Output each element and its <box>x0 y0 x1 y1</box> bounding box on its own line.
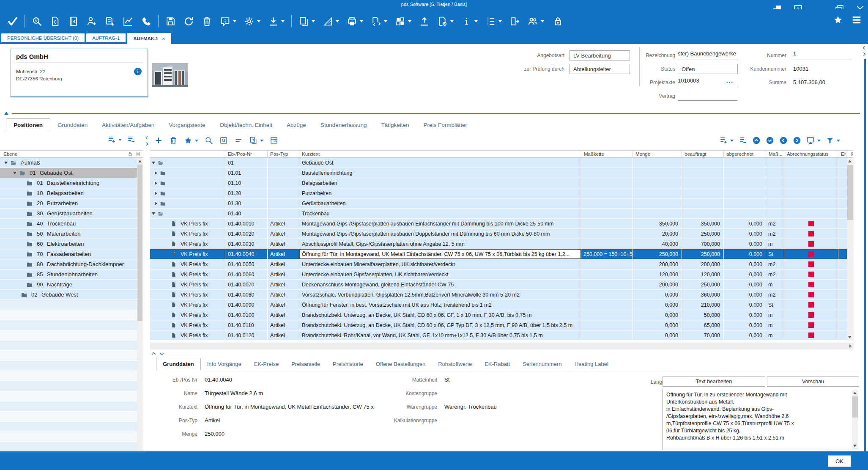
new-contact-button[interactable] <box>82 14 101 29</box>
tree-item-90-nachträge[interactable]: 90Nachträge <box>0 280 137 290</box>
grid-row-01.40.0040[interactable]: VK Preis fix01.40.0040ArtikelÖffnung für… <box>150 249 847 259</box>
grid-row-01.10[interactable]: 01.10Belagsarbeiten <box>150 178 847 188</box>
field-value[interactable]: Artikel <box>205 417 220 423</box>
nummer-field[interactable]: 1 <box>793 50 852 60</box>
favorites-button[interactable] <box>184 136 198 145</box>
tree-item-20-putzarbeiten[interactable]: 20Putzarbeiten <box>0 198 137 209</box>
grid-row-01.40.0050[interactable]: VK Preis fix01.40.0050ArtikelUnterdecke … <box>150 259 847 269</box>
expand-all-levels-button[interactable] <box>719 136 734 145</box>
grid-row-01.40.0090[interactable]: VK Preis fix01.40.0090ArtikelÖffnung für… <box>150 300 847 310</box>
scroll-down-icon[interactable] <box>853 445 857 447</box>
forward-document-button[interactable] <box>506 14 524 29</box>
collapse-icon[interactable] <box>4 162 8 164</box>
tree-item-60-elektroarbeiten[interactable]: 60Elektroarbeiten <box>0 239 137 249</box>
catalog-search-button[interactable] <box>219 136 228 145</box>
column-header-Eb-/Pos-Nr[interactable]: Eb-/Pos-Nr <box>225 151 268 157</box>
delete-button[interactable] <box>198 14 216 29</box>
preview-button[interactable]: Vorschau <box>767 377 859 387</box>
close-icon[interactable]: × <box>162 36 165 42</box>
export-button[interactable] <box>264 14 288 29</box>
section-tab-grunddaten[interactable]: Grunddaten <box>50 118 95 131</box>
information-button[interactable] <box>457 14 482 29</box>
tree-item-aufmaß[interactable]: Aufmaß <box>0 158 137 168</box>
column-header-beauftragt[interactable]: beauftragt <box>682 151 724 157</box>
display-options-button[interactable] <box>806 136 821 145</box>
grid-row-01.40.0070[interactable]: VK Preis fix01.40.0070ArtikelDeckenansch… <box>150 280 847 290</box>
section-tab-objekt-techn-einheit[interactable]: Objekt/techn. Einheit <box>213 118 280 131</box>
calculation-table-button[interactable] <box>270 136 278 145</box>
collapse-left-icon[interactable] <box>145 135 149 140</box>
scroll-down-icon[interactable] <box>848 336 852 338</box>
grid-row-01.40.0060[interactable]: VK Preis fix01.40.0060ArtikelUnterdecke … <box>150 269 847 280</box>
field-value[interactable]: Öffnung für Tür, in Montagewand, UK Meta… <box>205 404 374 410</box>
column-header-tree[interactable] <box>150 151 225 157</box>
lock-icon[interactable] <box>128 151 133 157</box>
nav-down-button[interactable] <box>766 136 774 145</box>
refresh-button[interactable] <box>180 14 198 29</box>
grid-row-01.20[interactable]: 01.20Putzarbeiten <box>150 188 847 198</box>
save-button[interactable] <box>162 14 180 29</box>
document-tab-3[interactable]: AUFMAß-1× <box>127 33 171 44</box>
section-tab-abzüge[interactable]: Abzüge <box>279 118 313 131</box>
vertrag-field[interactable] <box>678 91 738 101</box>
tree-item-30-gerüstbauarbeiten[interactable]: 30Gerüstbauarbeiten <box>0 209 137 219</box>
tree-collapse-levels-button[interactable] <box>127 135 135 144</box>
collapse-right-icon[interactable] <box>862 52 867 57</box>
grid-row-01.40.0120[interactable]: VK Preis fix01.40.0120ArtikelBrandschutz… <box>150 330 847 341</box>
column-header-Maß...[interactable]: Maß... <box>766 151 784 157</box>
detail-tab-preishistorie[interactable]: Preishistorie <box>326 358 370 370</box>
search-vorgang-button[interactable] <box>28 14 46 29</box>
print-button[interactable] <box>343 14 367 29</box>
scrollbar-thumb[interactable] <box>137 165 142 321</box>
grid-row-01.40[interactable]: 01.40Trockenbau <box>150 209 847 219</box>
add-position-button[interactable] <box>154 136 163 145</box>
grid-row-01.40.0080[interactable]: VK Preis fix01.40.0080ArtikelVorsatzscha… <box>150 290 847 300</box>
column-header-Kurztext[interactable]: Kurztext <box>299 151 581 157</box>
tree-item-10-belagsarbeiten[interactable]: 10Belagsarbeiten <box>0 188 137 198</box>
tree-item-02-gebäude-west[interactable]: 02Gebäude West <box>0 290 137 300</box>
document-tab-1[interactable]: PERSÖNLICHE ÜBERSICHT (0) <box>1 33 85 42</box>
column-chooser-button[interactable] <box>846 151 853 157</box>
detail-tab-heating-label[interactable]: Heating Label <box>568 358 615 370</box>
settings-button[interactable] <box>240 14 264 29</box>
expand-icon[interactable] <box>155 192 157 195</box>
collapse-all-levels-button[interactable] <box>739 136 747 145</box>
notes-button[interactable] <box>216 14 240 29</box>
grid-row-01[interactable]: 01Gebäude Ost <box>150 158 847 168</box>
text-rows-button[interactable] <box>234 136 243 145</box>
nav-left-button[interactable] <box>779 136 788 145</box>
permissions-button[interactable] <box>548 14 566 29</box>
grid-vertical-scrollbar[interactable] <box>847 158 854 341</box>
column-header-Pos-Typ[interactable]: Pos-Typ <box>268 151 299 157</box>
nav-right-button[interactable] <box>793 136 801 145</box>
scrollbar-thumb[interactable] <box>847 165 853 220</box>
section-tab-tätigkeiten[interactable]: Tätigkeiten <box>374 118 416 131</box>
column-header-Menge[interactable]: Menge <box>633 151 682 157</box>
tree-item-85-stundenlohnarbeiten[interactable]: 85Stundenlohnarbeiten <box>0 269 137 280</box>
document-tab-2[interactable]: AUFTRAG-1 <box>86 33 126 42</box>
docked-panel-bar[interactable] <box>864 59 866 451</box>
info-icon[interactable]: i <box>134 68 142 75</box>
column-header-Maßkette[interactable]: Maßkette <box>581 151 633 157</box>
column-header-EK[interactable]: EK <box>838 151 846 157</box>
customer-card[interactable]: pds GmbH Mühlenstr. 22 DE-27356 Rotenbur… <box>11 49 148 97</box>
next-position-icon[interactable] <box>159 351 164 357</box>
tree-item-40-trockenbau[interactable]: 40Trockenbau <box>0 219 137 229</box>
grid-row-01.01[interactable]: 01.01Baustelleneinrichtung <box>150 168 847 178</box>
tree-item-01-baustelleneinrichtung[interactable]: 01Baustelleneinrichtung <box>0 178 137 188</box>
section-tab-aktivitäten-aufgaben[interactable]: Aktivitäten/Aufgaben <box>95 118 162 131</box>
document-exchange-button[interactable] <box>367 14 391 29</box>
ok-button[interactable]: OK <box>828 455 851 467</box>
expand-icon[interactable] <box>155 202 157 205</box>
field-value[interactable]: 250,000 <box>205 431 225 437</box>
scroll-up-icon[interactable] <box>853 392 857 394</box>
tree-scrollbar[interactable] <box>137 158 143 451</box>
expand-icon[interactable] <box>155 181 157 185</box>
tree-item-80-dachabdichtung-dachklempner[interactable]: 80Dachabdichtung-Dachklempner <box>0 259 137 269</box>
field-value[interactable]: Türgestell Wände 2,6 m <box>205 390 263 396</box>
expand-left-icon[interactable] <box>862 45 867 50</box>
grid-row-01.40.0100[interactable]: VK Preis fix01.40.0100ArtikelBrandschutz… <box>150 310 847 320</box>
detail-tab-preisanteile[interactable]: Preisanteile <box>285 358 326 370</box>
tree-item-01-gebäude-ost[interactable]: 01Gebäude Ost <box>0 168 137 178</box>
copy-vorgang-button[interactable] <box>295 14 319 29</box>
